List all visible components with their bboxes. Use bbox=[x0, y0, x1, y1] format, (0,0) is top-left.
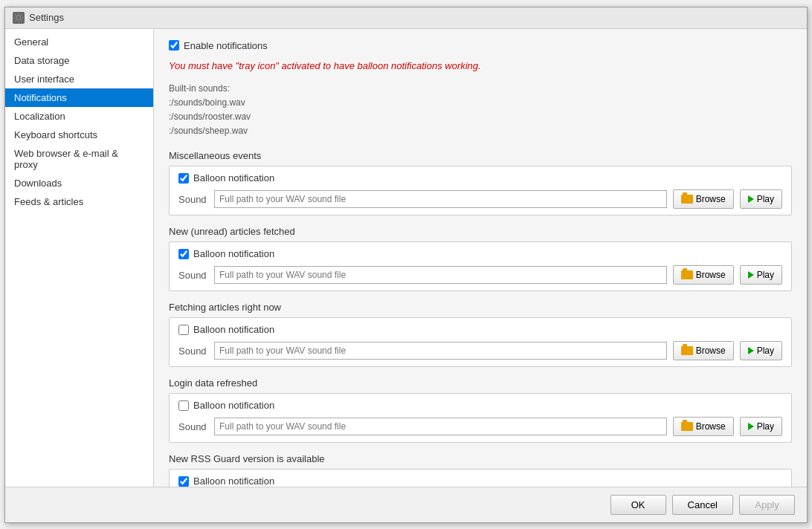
sidebar-item-feeds-articles[interactable]: Feeds & articles bbox=[5, 192, 153, 211]
browse-label: Browse bbox=[696, 421, 726, 432]
browse-button-misc[interactable]: Browse bbox=[673, 189, 734, 209]
sound-row-login: SoundBrowsePlay bbox=[178, 417, 782, 436]
balloon-label-misc[interactable]: Balloon notification bbox=[193, 172, 274, 184]
folder-icon bbox=[681, 346, 693, 355]
sound-row-fetching: SoundBrowsePlay bbox=[178, 341, 782, 360]
play-label: Play bbox=[757, 194, 774, 204]
settings-icon bbox=[13, 12, 25, 24]
sections-container: Miscellaneous eventsBalloon notification… bbox=[169, 150, 792, 486]
section-box-login: Balloon notificationSoundBrowsePlay bbox=[169, 393, 792, 443]
folder-icon bbox=[681, 270, 693, 279]
sound-input-misc[interactable] bbox=[214, 190, 667, 208]
window-body: GeneralData storageUser interfaceNotific… bbox=[5, 29, 807, 487]
balloon-row-fetching: Balloon notification bbox=[178, 324, 782, 335]
balloon-row-login: Balloon notification bbox=[178, 400, 782, 411]
warning-text: You must have "tray icon" activated to h… bbox=[169, 60, 792, 71]
play-button-fetching[interactable]: Play bbox=[740, 341, 782, 360]
balloon-checkbox-new-version[interactable] bbox=[178, 476, 189, 487]
browse-label: Browse bbox=[696, 194, 726, 204]
sidebar-item-downloads[interactable]: Downloads bbox=[5, 174, 153, 192]
section-box-new-articles: Balloon notificationSoundBrowsePlay bbox=[169, 241, 792, 291]
section-title-fetching: Fetching articles right now bbox=[169, 302, 792, 313]
builtin-sounds: Built-in sounds: :/sounds/boing.wav :/so… bbox=[169, 82, 792, 139]
sidebar-item-data-storage[interactable]: Data storage bbox=[5, 51, 153, 70]
sound-label-new-articles: Sound bbox=[178, 270, 208, 281]
sidebar-item-notifications[interactable]: Notifications bbox=[5, 88, 153, 107]
browse-button-new-articles[interactable]: Browse bbox=[673, 265, 734, 285]
browse-label: Browse bbox=[696, 345, 726, 356]
play-icon bbox=[748, 271, 754, 279]
balloon-checkbox-new-articles[interactable] bbox=[178, 249, 189, 259]
window-title: Settings bbox=[29, 12, 64, 23]
play-button-new-articles[interactable]: Play bbox=[740, 265, 782, 285]
browse-button-fetching[interactable]: Browse bbox=[673, 341, 734, 360]
balloon-checkbox-misc[interactable] bbox=[178, 173, 189, 184]
enable-notifications-row: Enable notifications bbox=[169, 40, 792, 51]
sound-rooster: :/sounds/rooster.wav bbox=[169, 111, 251, 122]
balloon-checkbox-login[interactable] bbox=[178, 400, 189, 411]
play-label: Play bbox=[757, 270, 774, 280]
sidebar-item-web-browser[interactable]: Web browser & e-mail & proxy bbox=[5, 144, 153, 174]
play-label: Play bbox=[757, 345, 774, 356]
sound-row-new-articles: SoundBrowsePlay bbox=[178, 265, 782, 285]
sidebar-item-general[interactable]: General bbox=[5, 33, 153, 51]
browse-label: Browse bbox=[696, 270, 726, 280]
balloon-label-login[interactable]: Balloon notification bbox=[193, 400, 274, 411]
main-panel: Enable notifications You must have "tray… bbox=[154, 29, 807, 487]
section-box-new-version: Balloon notificationSoundBrowsePlay bbox=[169, 469, 792, 486]
footer: OK Cancel Apply bbox=[5, 487, 807, 522]
play-button-login[interactable]: Play bbox=[740, 417, 782, 436]
balloon-row-new-version: Balloon notification bbox=[178, 476, 782, 486]
sound-input-new-articles[interactable] bbox=[214, 266, 667, 284]
sound-boing: :/sounds/boing.wav bbox=[169, 97, 245, 108]
sound-sheep: :/sounds/sheep.wav bbox=[169, 126, 248, 136]
play-label: Play bbox=[757, 421, 774, 432]
builtin-sounds-label: Built-in sounds: bbox=[169, 83, 230, 94]
section-title-new-version: New RSS Guard version is available bbox=[169, 453, 792, 464]
section-title-login: Login data refreshed bbox=[169, 377, 792, 389]
cancel-button[interactable]: Cancel bbox=[672, 495, 733, 515]
enable-notifications-checkbox[interactable] bbox=[169, 40, 179, 51]
sound-input-login[interactable] bbox=[214, 418, 667, 435]
balloon-checkbox-fetching[interactable] bbox=[178, 325, 189, 335]
ok-button[interactable]: OK bbox=[610, 495, 666, 515]
sound-label-login: Sound bbox=[178, 421, 208, 432]
apply-button[interactable]: Apply bbox=[739, 495, 795, 515]
enable-notifications-label[interactable]: Enable notifications bbox=[184, 40, 268, 51]
sidebar-item-localization[interactable]: Localization bbox=[5, 107, 153, 126]
play-icon bbox=[748, 423, 754, 430]
section-box-fetching: Balloon notificationSoundBrowsePlay bbox=[169, 317, 792, 367]
title-bar: Settings bbox=[5, 7, 807, 29]
sidebar: GeneralData storageUser interfaceNotific… bbox=[5, 29, 154, 487]
sidebar-item-keyboard-shortcuts[interactable]: Keyboard shortcuts bbox=[5, 126, 153, 144]
balloon-row-misc: Balloon notification bbox=[178, 172, 782, 184]
section-title-new-articles: New (unread) articles fetched bbox=[169, 226, 792, 237]
browse-button-login[interactable]: Browse bbox=[673, 417, 734, 436]
balloon-label-new-articles[interactable]: Balloon notification bbox=[193, 248, 274, 259]
sidebar-item-user-interface[interactable]: User interface bbox=[5, 70, 153, 88]
sound-input-fetching[interactable] bbox=[214, 342, 667, 360]
folder-icon bbox=[681, 422, 693, 431]
section-box-misc: Balloon notificationSoundBrowsePlay bbox=[169, 166, 792, 215]
sound-row-misc: SoundBrowsePlay bbox=[178, 189, 782, 209]
sound-label-fetching: Sound bbox=[178, 345, 208, 357]
balloon-row-new-articles: Balloon notification bbox=[178, 248, 782, 259]
section-title-misc: Miscellaneous events bbox=[169, 150, 792, 161]
settings-window: Settings GeneralData storageUser interfa… bbox=[4, 7, 808, 523]
play-icon bbox=[748, 347, 754, 354]
sound-label-misc: Sound bbox=[178, 194, 208, 205]
play-icon bbox=[748, 195, 754, 203]
svg-point-0 bbox=[16, 16, 21, 20]
folder-icon bbox=[681, 195, 693, 204]
balloon-label-new-version[interactable]: Balloon notification bbox=[193, 476, 274, 486]
play-button-misc[interactable]: Play bbox=[740, 189, 782, 209]
balloon-label-fetching[interactable]: Balloon notification bbox=[193, 324, 274, 335]
